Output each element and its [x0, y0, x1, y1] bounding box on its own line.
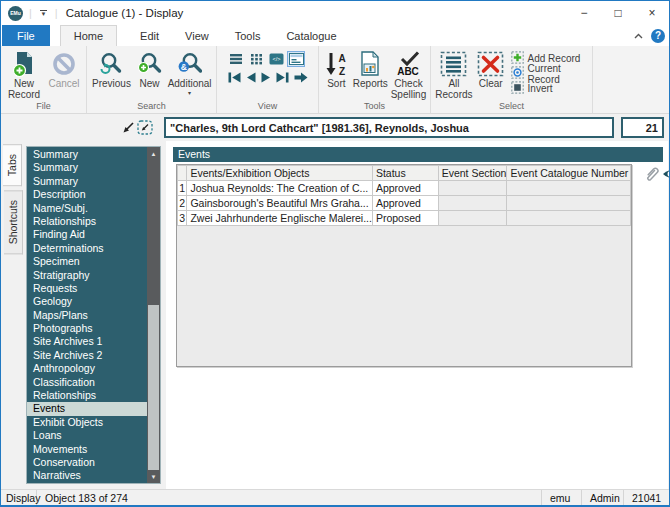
scroll-up-icon[interactable]: ▲ — [147, 147, 160, 160]
tab-tools[interactable]: Tools — [222, 25, 274, 46]
close-button[interactable]: × — [635, 1, 669, 25]
cell-event-catalogue-number[interactable] — [507, 181, 631, 196]
scroll-down-icon[interactable]: ▼ — [147, 470, 160, 483]
new-search-icon — [138, 50, 162, 78]
collapse-ribbon-icon[interactable] — [633, 32, 644, 40]
sidebar-item-loans[interactable]: Loans — [27, 429, 160, 442]
check-spelling-button[interactable]: ABC Check Spelling — [389, 47, 428, 100]
sidebar-item-conservation[interactable]: Conservation — [27, 456, 160, 469]
sidebar-item-specimen[interactable]: Specimen — [27, 255, 160, 268]
sidebar-item-geology[interactable]: Geology — [27, 295, 160, 308]
sidebar-item-narratives[interactable]: Narratives — [27, 469, 160, 482]
cell-status[interactable]: Approved — [372, 181, 438, 196]
sidebar-item-name-subj-[interactable]: Name/Subj. — [27, 202, 160, 215]
sidebar-item-summary[interactable]: Summary — [27, 148, 160, 161]
sidebar-item-maps-plans[interactable]: Maps/Plans — [27, 309, 160, 322]
marquee-select-icon[interactable] — [136, 120, 153, 135]
sidebar-item-description[interactable]: Description — [27, 188, 160, 201]
status-server: emu — [541, 490, 581, 506]
sidebar-item-exhibit-objects[interactable]: Exhibit Objects — [27, 416, 160, 429]
check-spelling-label: Check Spelling — [389, 79, 428, 100]
help-icon[interactable]: ? — [651, 29, 665, 43]
tab-catalogue[interactable]: Catalogue — [273, 25, 349, 46]
details-view-icon[interactable] — [287, 51, 305, 67]
new-record-label: New Record — [3, 79, 45, 100]
reports-button[interactable]: Reports — [352, 47, 389, 90]
cancel-button[interactable]: Cancel — [45, 47, 83, 90]
new-record-button[interactable]: New Record — [3, 47, 45, 100]
cell-status[interactable]: Proposed — [372, 211, 438, 226]
cell-event-section[interactable] — [438, 196, 507, 211]
sidebar-tab-tabs[interactable]: Tabs — [3, 144, 22, 186]
sidebar-item-site-archives-2[interactable]: Site Archives 2 — [27, 349, 160, 362]
sidebar-item-relationships[interactable]: Relationships — [27, 215, 160, 228]
column-header-event-section[interactable]: Event Section — [438, 166, 507, 181]
scrollbar-thumb[interactable] — [148, 305, 159, 470]
status-mode: Display — [1, 490, 37, 506]
sidebar-item-relationships[interactable]: Relationships — [27, 389, 160, 402]
previous-search-button[interactable]: Previous — [89, 47, 134, 90]
sidebar-item-finding-aid[interactable]: Finding Aid — [27, 228, 160, 241]
column-header-event-catalogue-number[interactable]: Event Catalogue Number — [507, 166, 631, 181]
cell-event-catalogue-number[interactable] — [507, 211, 631, 226]
cell-object[interactable]: Zwei Jahrhunderte Englische Malerei... — [187, 211, 373, 226]
list-view-icon[interactable] — [227, 51, 245, 67]
cell-object[interactable]: Joshua Reynolds: The Creation of C... — [187, 181, 373, 196]
sidebar-tab-shortcuts[interactable]: Shortcuts — [4, 190, 23, 254]
cell-status[interactable]: Approved — [372, 196, 438, 211]
sidebar-item-summary[interactable]: Summary — [27, 175, 160, 188]
first-record-icon[interactable] — [227, 71, 242, 84]
quick-access-dropdown-icon[interactable]: ▼ — [38, 10, 49, 16]
sidebar-item-site-archives-1[interactable]: Site Archives 1 — [27, 335, 160, 348]
check-spelling-icon: ABC — [394, 50, 422, 78]
sidebar-item-collections[interactable]: Collections — [27, 483, 160, 484]
previous-record-icon[interactable] — [245, 71, 257, 84]
view-attachments-eye-icon[interactable] — [662, 166, 670, 184]
invert-selection-icon — [511, 80, 524, 98]
sidebar-item-requests[interactable]: Requests — [27, 282, 160, 295]
additional-search-button[interactable]: & Additional ▾ — [165, 47, 214, 96]
tab-home[interactable]: Home — [60, 25, 117, 46]
sidebar-item-stratigraphy[interactable]: Stratigraphy — [27, 269, 160, 282]
table-row[interactable]: 3Zwei Jahrhunderte Englische Malerei...P… — [178, 211, 631, 226]
sidebar-item-determinations[interactable]: Determinations — [27, 242, 160, 255]
table-row[interactable]: 2Gainsborough's Beautiful Mrs Graha...Ap… — [178, 196, 631, 211]
next-record-icon[interactable] — [260, 71, 272, 84]
column-header-status[interactable]: Status — [372, 166, 438, 181]
reports-icon — [359, 50, 381, 78]
maximize-button[interactable]: □ — [601, 1, 635, 25]
grid-view-icon[interactable] — [247, 51, 265, 67]
cell-event-section[interactable] — [438, 181, 507, 196]
column-header-objects[interactable]: Events/Exhibition Objects — [187, 166, 373, 181]
row-number-header[interactable] — [178, 166, 187, 181]
sidebar-scrollbar[interactable]: ▲ ▼ — [147, 147, 160, 483]
tab-view[interactable]: View — [172, 25, 222, 46]
last-record-icon[interactable] — [275, 71, 290, 84]
select-pointer-icon[interactable] — [119, 121, 136, 135]
sort-button[interactable]: A Z Sort — [321, 47, 352, 90]
minimize-button[interactable]: − — [567, 1, 601, 25]
tab-edit[interactable]: Edit — [127, 25, 172, 46]
sidebar-item-classification[interactable]: Classification — [27, 376, 160, 389]
row-number-cell[interactable]: 2 — [178, 196, 187, 211]
cell-event-catalogue-number[interactable] — [507, 196, 631, 211]
tab-file[interactable]: File — [2, 25, 50, 46]
sidebar-item-movements[interactable]: Movements — [27, 443, 160, 456]
cell-event-section[interactable] — [438, 211, 507, 226]
sidebar-item-anthropology[interactable]: Anthropology — [27, 362, 160, 375]
page-view-icon[interactable]: </> — [267, 51, 285, 67]
row-number-cell[interactable]: 1 — [178, 181, 187, 196]
sidebar-item-photographs[interactable]: Photographs — [27, 322, 160, 335]
row-number-cell[interactable]: 3 — [178, 211, 187, 226]
cell-object[interactable]: Gainsborough's Beautiful Mrs Graha... — [187, 196, 373, 211]
select-all-records-button[interactable]: All Records — [433, 47, 475, 100]
sidebar-item-events[interactable]: Events — [27, 402, 160, 415]
sidebar-item-summary[interactable]: Summary — [27, 161, 160, 174]
new-search-button[interactable]: New — [134, 47, 165, 90]
goto-record-icon[interactable] — [293, 71, 309, 84]
table-row[interactable]: 1Joshua Reynolds: The Creation of C...Ap… — [178, 181, 631, 196]
attachment-paperclip-icon[interactable] — [644, 165, 659, 185]
clear-selection-button[interactable]: Clear — [475, 47, 507, 90]
status-user: Admin — [581, 490, 623, 506]
invert-selection-button[interactable]: Invert — [511, 81, 590, 96]
